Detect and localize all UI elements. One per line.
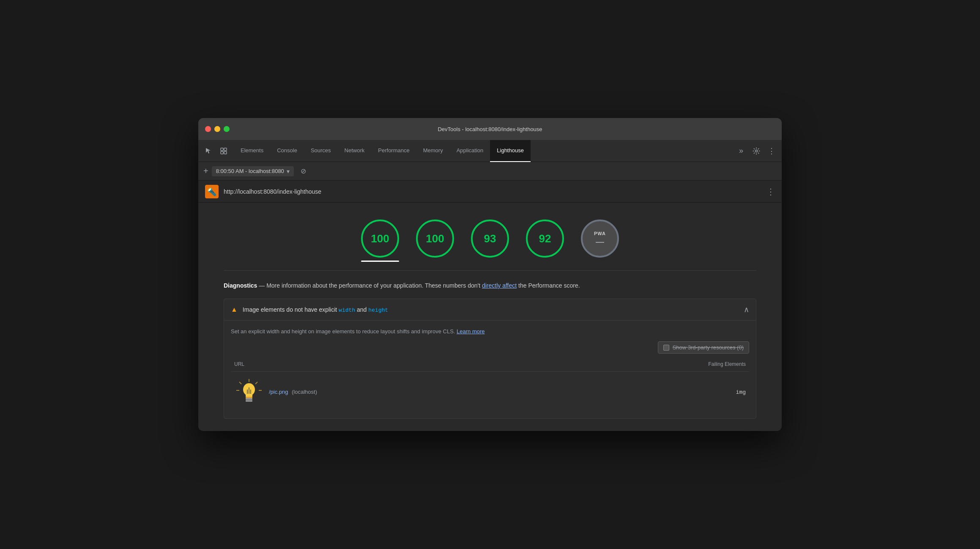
- url-display[interactable]: 8:00:50 AM - localhost:8080 ▾: [212, 166, 294, 176]
- audit-chevron-icon[interactable]: ∧: [744, 305, 749, 314]
- svg-rect-20: [246, 401, 252, 402]
- cursor-icon[interactable]: [202, 144, 215, 158]
- addressbar: + 8:00:50 AM - localhost:8080 ▾ ⊘: [198, 162, 782, 181]
- maximize-button[interactable]: [224, 126, 230, 132]
- file-link[interactable]: /pic.png: [269, 389, 288, 395]
- directly-affect-link[interactable]: directly affect: [482, 282, 517, 289]
- score-circle-2[interactable]: 93: [471, 220, 509, 258]
- tab-application[interactable]: Application: [450, 140, 490, 162]
- svg-rect-1: [224, 148, 227, 151]
- score-underline: [361, 261, 399, 262]
- col-failing: Failing Elements: [578, 359, 749, 372]
- audit-row: ▲ Image elements do not have explicit wi…: [224, 299, 756, 419]
- diagnostics-section: Diagnostics — More information about the…: [198, 271, 782, 419]
- more-tabs-icon[interactable]: »: [734, 144, 748, 158]
- third-party-row: Show 3rd-party resources (0): [231, 341, 749, 354]
- learn-more-link[interactable]: Learn more: [457, 328, 485, 335]
- lightbulb-thumbnail: [234, 377, 264, 406]
- warning-icon: ▲: [231, 306, 238, 313]
- dropdown-arrow[interactable]: ▾: [287, 168, 290, 175]
- table-cell-url: /pic.png (localhost): [231, 372, 578, 412]
- devtools-window: DevTools - localhost:8080/index-lighthou…: [198, 118, 782, 431]
- table-cell-failing: img: [578, 372, 749, 412]
- tab-memory[interactable]: Memory: [416, 140, 450, 162]
- window-title: DevTools - localhost:8080/index-lighthou…: [205, 126, 775, 132]
- lighthouse-page-url: http://localhost:8080/index-lighthouse: [224, 188, 766, 195]
- table-row: /pic.png (localhost) img: [231, 372, 749, 412]
- audit-header[interactable]: ▲ Image elements do not have explicit wi…: [224, 299, 756, 320]
- score-value-2: 93: [484, 232, 496, 245]
- stop-icon[interactable]: ⊘: [301, 167, 306, 175]
- audit-description: Set an explicit width and height on imag…: [231, 321, 749, 341]
- svg-rect-3: [224, 151, 227, 154]
- score-value-0: 100: [371, 232, 389, 245]
- tabbar-right-icons: » ⋮: [734, 144, 778, 158]
- new-tab-button[interactable]: +: [203, 166, 208, 176]
- svg-rect-19: [246, 399, 252, 401]
- tab-sources[interactable]: Sources: [304, 140, 338, 162]
- score-circle-1[interactable]: 100: [416, 220, 454, 258]
- tab-performance[interactable]: Performance: [371, 140, 416, 162]
- file-origin: (localhost): [292, 389, 317, 395]
- lighthouse-url-header: 🔦 http://localhost:8080/index-lighthouse…: [198, 181, 782, 203]
- svg-line-10: [239, 382, 241, 384]
- scores-row: 100 100 93 92 PWA —: [198, 211, 782, 270]
- url-info: /pic.png (localhost): [269, 388, 317, 395]
- tab-elements[interactable]: Elements: [234, 140, 270, 162]
- svg-rect-14: [246, 397, 252, 398]
- audit-table: URL Failing Elements: [231, 359, 749, 412]
- audit-code-width: width: [339, 307, 355, 313]
- svg-rect-18: [246, 398, 252, 399]
- img-cell: /pic.png (localhost): [234, 377, 575, 406]
- lighthouse-logo: 🔦: [205, 185, 219, 198]
- settings-icon[interactable]: [750, 144, 763, 158]
- score-value-1: 100: [426, 232, 444, 245]
- tab-network[interactable]: Network: [338, 140, 372, 162]
- svg-text:🔦: 🔦: [207, 187, 217, 197]
- titlebar: DevTools - localhost:8080/index-lighthou…: [198, 118, 782, 140]
- svg-line-8: [255, 382, 257, 384]
- third-party-label: Show 3rd-party resources (0): [673, 344, 744, 351]
- col-url: URL: [231, 359, 578, 372]
- tabbar: Elements Console Sources Network Perform…: [198, 140, 782, 162]
- layers-icon[interactable]: [217, 144, 230, 158]
- svg-point-4: [756, 150, 758, 152]
- diagnostics-desc-before: — More information about the performance…: [259, 282, 482, 289]
- diagnostics-desc-after: the Performance score.: [518, 282, 580, 289]
- diagnostics-header: Diagnostics — More information about the…: [224, 281, 756, 290]
- audit-body: Set an explicit width and height on imag…: [224, 320, 756, 418]
- svg-rect-2: [221, 151, 223, 154]
- score-circle-0[interactable]: 100: [361, 220, 399, 258]
- third-party-toggle[interactable]: Show 3rd-party resources (0): [658, 341, 749, 354]
- audit-code-height: height: [368, 307, 388, 313]
- tabbar-left-icons: [202, 144, 230, 158]
- tab-console[interactable]: Console: [270, 140, 304, 162]
- close-button[interactable]: [205, 126, 211, 132]
- audit-title: Image elements do not have explicit widt…: [243, 306, 744, 313]
- third-party-checkbox[interactable]: [663, 345, 669, 351]
- failing-element: img: [736, 389, 746, 395]
- pwa-label: PWA: [594, 231, 606, 236]
- tabs: Elements Console Sources Network Perform…: [234, 140, 734, 162]
- svg-rect-0: [221, 148, 223, 151]
- minimize-button[interactable]: [214, 126, 220, 132]
- svg-rect-13: [246, 395, 252, 397]
- score-circle-3[interactable]: 92: [526, 220, 564, 258]
- score-value-3: 92: [539, 232, 551, 245]
- score-circle-pwa[interactable]: PWA —: [581, 220, 619, 258]
- tab-lighthouse[interactable]: Lighthouse: [490, 140, 531, 162]
- lighthouse-more-icon[interactable]: ⋮: [766, 187, 775, 197]
- more-options-icon[interactable]: ⋮: [765, 144, 778, 158]
- traffic-lights: [205, 126, 230, 132]
- pwa-dash: —: [596, 237, 604, 247]
- main-content: 100 100 93 92 PWA — Diagnostics — More i…: [198, 203, 782, 431]
- diagnostics-title: Diagnostics: [224, 282, 257, 289]
